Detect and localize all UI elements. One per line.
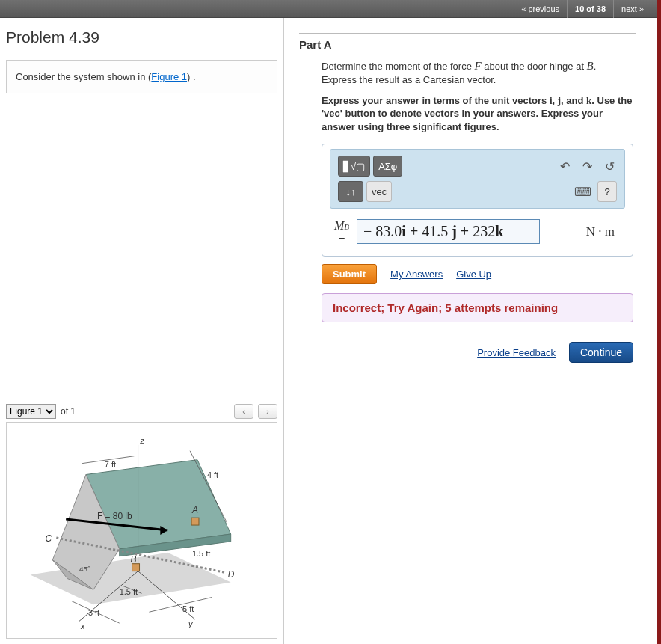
top-nav-bar: « previous 10 of 38 next » [0, 0, 657, 18]
problem-title: Problem 4.39 [6, 28, 277, 46]
svg-text:5 ft: 5 ft [182, 604, 194, 613]
svg-text:B: B [131, 554, 137, 565]
figure-select[interactable]: Figure 1 [6, 404, 56, 419]
figure-next-button[interactable]: › [258, 404, 277, 419]
svg-rect-12 [191, 518, 199, 525]
equation-toolbar: ▋√▢ ΑΣφ ↶ ↷ ↺ ↓↑ v [330, 149, 625, 209]
progress-counter: 10 of 38 [567, 0, 613, 18]
units-label: N · m [586, 224, 615, 239]
prev-link[interactable]: « previous [514, 0, 567, 18]
variable-label: MB = [334, 220, 349, 244]
svg-line-16 [149, 597, 212, 612]
svg-text:y: y [188, 619, 193, 628]
provide-feedback-link[interactable]: Provide Feedback [477, 347, 556, 358]
left-panel: Problem 4.39 Consider the system shown i… [0, 18, 284, 644]
submit-button[interactable]: Submit [322, 264, 377, 284]
answer-row: MB = − 83.0i + 41.5 j + 232k N · m [330, 216, 625, 247]
keyboard-icon[interactable]: ⌨ [575, 184, 590, 199]
figure-link[interactable]: Figure 1 [151, 71, 187, 82]
figure-panel: z x y A B C D F = 80 lb 7 ft 4 ft 3 ft 5… [6, 422, 277, 639]
svg-text:45°: 45° [79, 565, 90, 573]
svg-text:D: D [228, 569, 235, 580]
right-panel: Part A Determine the moment of the force… [284, 18, 657, 644]
figure-svg: z x y A B C D F = 80 lb 7 ft 4 ft 3 ft 5… [7, 423, 277, 638]
svg-text:C: C [45, 533, 52, 544]
figure-count: of 1 [61, 406, 76, 417]
part-instructions: Express your answer in terms of the unit… [322, 94, 633, 134]
part-divider [299, 33, 636, 34]
svg-rect-11 [132, 564, 140, 571]
problem-statement: Consider the system shown in (Figure 1) … [6, 60, 277, 93]
undo-icon[interactable]: ↶ [557, 159, 572, 174]
svg-text:7 ft: 7 ft [105, 460, 116, 469]
redo-icon[interactable]: ↷ [579, 159, 594, 174]
feedback-message: Incorrect; Try Again; 5 attempts remaini… [322, 293, 633, 322]
figure-prev-button[interactable]: ‹ [234, 404, 253, 419]
updown-button[interactable]: ↓↑ [338, 181, 363, 202]
part-description: Determine the moment of the force F abou… [322, 58, 633, 87]
give-up-link[interactable]: Give Up [456, 269, 491, 280]
my-answers-link[interactable]: My Answers [390, 269, 443, 280]
figure-toolbar: Figure 1 of 1 ‹ › [6, 404, 277, 419]
reset-icon[interactable]: ↺ [602, 159, 617, 174]
help-button[interactable]: ? [597, 181, 617, 202]
action-row: Submit My Answers Give Up [322, 264, 633, 284]
svg-text:1.5 ft: 1.5 ft [120, 587, 138, 596]
answer-input[interactable]: − 83.0i + 41.5 j + 232k [357, 219, 540, 244]
intro-text-post: ) . [187, 71, 196, 82]
svg-text:1.5 ft: 1.5 ft [192, 549, 210, 558]
greek-button[interactable]: ΑΣφ [373, 156, 402, 177]
svg-text:x: x [80, 622, 85, 631]
continue-button[interactable]: Continue [569, 342, 633, 363]
svg-text:A: A [191, 505, 198, 515]
svg-text:4 ft: 4 ft [207, 470, 218, 479]
template-button[interactable]: ▋√▢ [338, 156, 370, 177]
svg-text:z: z [140, 436, 145, 445]
svg-text:3 ft: 3 ft [88, 608, 99, 617]
bottom-row: Provide Feedback Continue [299, 342, 636, 363]
vec-button[interactable]: vec [366, 181, 392, 202]
intro-text-pre: Consider the system shown in ( [16, 71, 151, 82]
part-heading: Part A [299, 38, 636, 51]
answer-widget: ▋√▢ ΑΣφ ↶ ↷ ↺ ↓↑ v [322, 144, 633, 257]
svg-text:F = 80 lb: F = 80 lb [97, 511, 132, 521]
next-link[interactable]: next » [613, 0, 651, 18]
